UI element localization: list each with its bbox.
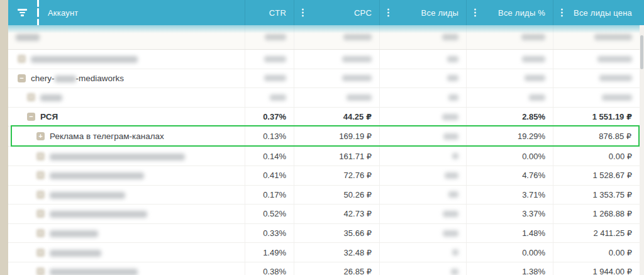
redacted-value bbox=[597, 56, 632, 62]
cell-leads bbox=[380, 108, 467, 126]
cell-ctr bbox=[245, 25, 294, 49]
tree-label: chery--mediaworks bbox=[31, 74, 124, 83]
collapse-toggle-icon[interactable]: − bbox=[27, 113, 35, 121]
campaign-row-redacted[interactable]: −1.49%32.48 ₽0.00%0.00 ₽ bbox=[8, 243, 640, 262]
cell-ctr: 0.38% bbox=[245, 262, 294, 275]
kebab-menu-icon[interactable] bbox=[561, 9, 563, 17]
cell-leads_cost: 1 268.88 ₽ bbox=[553, 205, 640, 223]
cell-ctr: 1.49% bbox=[245, 243, 294, 262]
cell-leads_cost bbox=[553, 69, 640, 88]
tree-toggle-icon-redacted[interactable]: − bbox=[36, 191, 45, 199]
campaign-row-redacted[interactable]: −0.52%42.73 ₽3.37%1 268.88 ₽ bbox=[8, 205, 640, 224]
vertical-scrollbar-thumb[interactable] bbox=[640, 35, 643, 69]
tree-label bbox=[50, 267, 138, 275]
campaign-row-redacted[interactable]: −0.14%161.71 ₽0.00%0.00 ₽ bbox=[8, 147, 640, 166]
tree-cell: − bbox=[8, 166, 245, 185]
cell-leads_cost bbox=[553, 50, 640, 69]
redacted-value bbox=[451, 269, 458, 275]
redacted-value bbox=[522, 56, 545, 62]
cell-leads_cost: 1 551.19 ₽ bbox=[553, 108, 640, 126]
campaign-group-row-rsya[interactable]: −РСЯ0.37%44.25 ₽2.85%1 551.19 ₽ bbox=[8, 108, 640, 127]
tree-toggle-icon-redacted[interactable]: − bbox=[36, 249, 45, 257]
cell-cpc: 50.26 ₽ bbox=[294, 186, 380, 205]
header-cell-ctr[interactable]: CTR bbox=[245, 0, 294, 25]
account-row-chery-mediaworks[interactable]: −chery--mediaworks bbox=[8, 69, 640, 89]
redacted-text bbox=[31, 56, 138, 63]
cell-leads_cost: 0.00 ₽ bbox=[553, 243, 640, 262]
kebab-menu-icon[interactable] bbox=[474, 9, 476, 17]
cell-leads bbox=[380, 205, 467, 223]
tree-label bbox=[16, 33, 40, 42]
tree-toggle-icon-redacted[interactable]: − bbox=[36, 171, 45, 179]
tree-toggle-icon-redacted[interactable]: − bbox=[36, 229, 45, 237]
cell-leads_cost: 1 528.67 ₽ bbox=[553, 166, 640, 185]
cell-ctr bbox=[245, 88, 294, 107]
tree-toggle-icon-redacted[interactable]: − bbox=[36, 267, 45, 275]
tree-cell bbox=[8, 25, 245, 49]
cell-ctr bbox=[245, 50, 294, 69]
redacted-text bbox=[50, 230, 98, 237]
cell-leads bbox=[380, 224, 467, 243]
redacted-text bbox=[16, 34, 40, 41]
tree-cell: − bbox=[8, 50, 245, 69]
cell-leads_pct: 1.38% bbox=[467, 262, 553, 275]
tree-toggle-icon-redacted[interactable]: − bbox=[36, 210, 45, 218]
cell-cpc: 35.66 ₽ bbox=[294, 224, 380, 243]
redacted-value bbox=[448, 191, 458, 198]
campaign-row-redacted[interactable]: −0.17%50.26 ₽3.71%1 353.75 ₽ bbox=[8, 186, 640, 205]
columns-icon[interactable] bbox=[37, 0, 39, 28]
cell-ctr: 0.14% bbox=[245, 147, 294, 166]
tree-label: Реклама в телеграм-каналах bbox=[50, 132, 164, 141]
cell-leads bbox=[380, 126, 467, 146]
header-right-edge bbox=[640, 0, 644, 25]
tree-label bbox=[50, 248, 101, 257]
tree-cell: − bbox=[8, 262, 245, 275]
redacted-value bbox=[264, 56, 286, 62]
campaign-row-redacted[interactable]: −0.33%35.66 ₽1.48%2 411.25 ₽ bbox=[8, 224, 640, 244]
header-label-leads_pct: Все лиды % bbox=[498, 8, 545, 18]
expand-toggle-icon[interactable]: + bbox=[36, 132, 45, 140]
redacted-value bbox=[442, 34, 458, 40]
collapse-toggle-icon[interactable]: − bbox=[18, 74, 26, 82]
cell-leads_cost bbox=[553, 25, 640, 49]
redacted-value bbox=[529, 94, 545, 101]
redacted-text bbox=[50, 192, 125, 199]
filter-icon[interactable] bbox=[18, 9, 27, 16]
redacted-value bbox=[443, 133, 458, 140]
account-row-redacted[interactable]: − bbox=[8, 50, 640, 69]
cell-leads_pct bbox=[467, 50, 553, 69]
cell-leads_cost: 1 944.00 ₽ bbox=[553, 262, 640, 275]
tree-toggle-icon-redacted[interactable]: − bbox=[18, 55, 26, 63]
campaign-row-redacted[interactable]: −0.41%72.76 ₽4.76%1 528.67 ₽ bbox=[8, 166, 640, 186]
tree-cell: − bbox=[8, 224, 245, 243]
campaign-group-row-redacted[interactable]: − bbox=[8, 88, 640, 108]
campaign-row-telegram-ads[interactable]: +Реклама в телеграм-каналах0.13%169.19 ₽… bbox=[8, 126, 640, 147]
cell-leads_pct: 3.71% bbox=[467, 186, 553, 205]
report-table-screen: Аккаунт CTRCPCВсе лидыВсе лиды %Все лиды… bbox=[0, 0, 644, 275]
tree-cell: − bbox=[8, 243, 245, 262]
tree-toggle-icon-redacted[interactable]: − bbox=[27, 93, 35, 101]
cell-leads bbox=[380, 25, 467, 49]
table-body: −−chery--mediaworks−−РСЯ0.37%44.25 ₽2.85… bbox=[8, 25, 640, 275]
redacted-value bbox=[447, 56, 458, 62]
redacted-value bbox=[264, 75, 286, 81]
header-cell-leads_pct[interactable]: Все лиды % bbox=[467, 0, 553, 25]
header-label-ctr: CTR bbox=[269, 8, 286, 18]
header-cell-account[interactable]: Аккаунт bbox=[8, 0, 245, 25]
vertical-scrollbar-track[interactable] bbox=[640, 25, 644, 275]
redacted-value bbox=[342, 56, 372, 62]
summary-row-redacted[interactable] bbox=[8, 25, 640, 50]
cell-leads_pct: 0.00% bbox=[467, 243, 553, 262]
header-cell-leads[interactable]: Все лиды bbox=[380, 0, 467, 25]
cell-cpc: 26.85 ₽ bbox=[294, 262, 380, 275]
kebab-menu-icon[interactable] bbox=[387, 9, 389, 17]
tree-toggle-icon-redacted[interactable]: − bbox=[36, 152, 45, 160]
campaign-row-redacted[interactable]: −0.38%26.85 ₽1.38%1 944.00 ₽ bbox=[8, 262, 640, 275]
cell-leads_pct: 3.37% bbox=[467, 205, 553, 223]
kebab-menu-icon[interactable] bbox=[302, 9, 304, 17]
header-cell-cpc[interactable]: CPC bbox=[294, 0, 380, 25]
report-table-panel: Аккаунт CTRCPCВсе лидыВсе лиды %Все лиды… bbox=[8, 0, 640, 275]
header-cell-leads_cost[interactable]: Все лиды цена bbox=[553, 0, 640, 25]
cell-leads_pct bbox=[467, 88, 553, 107]
cell-leads_cost: 0.00 ₽ bbox=[553, 147, 640, 166]
